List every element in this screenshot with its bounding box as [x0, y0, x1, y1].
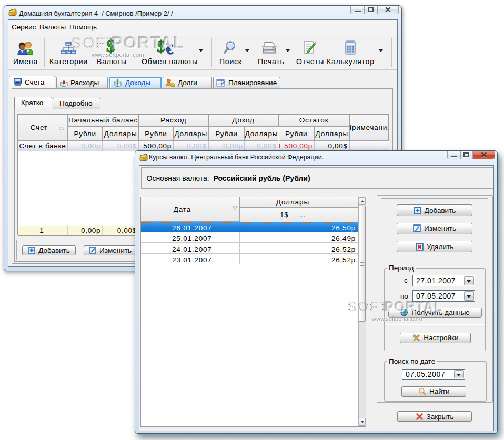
svg-text:$: $: [172, 84, 174, 87]
